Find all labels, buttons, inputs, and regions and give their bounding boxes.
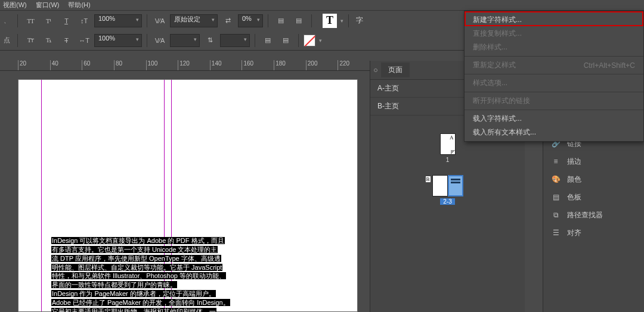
ruler-tick: 20 <box>18 60 50 70</box>
menu-item[interactable]: 新建字符样式... <box>465 13 643 27</box>
highlighted-text-line[interactable]: 流 DTP 应用程序，率先使用新型 OpenType 字体、高级透 <box>51 255 221 262</box>
baseline2-button[interactable]: ▤ <box>291 14 306 28</box>
menu-item-label: 断开到样式的链接 <box>473 96 530 106</box>
rail-label: 描边 <box>567 157 581 167</box>
kerning-value-select[interactable] <box>170 34 200 47</box>
menu-item-label: 新建字符样式... <box>473 15 522 25</box>
menu-shortcut: Ctrl+Alt+Shift+C <box>584 61 635 70</box>
menu-help[interactable]: 帮助(H) <box>68 1 90 10</box>
page-1-label: 1 <box>446 157 450 163</box>
ruler-tick: 220 <box>338 60 370 70</box>
highlighted-text-line[interactable]: InDesign 可以将文档直接导出为 Adobe 的 PDF 格式，而且 <box>51 237 225 244</box>
menubar: 视图(W) 窗口(W) 帮助(H) <box>0 0 644 11</box>
page-canvas[interactable]: InDesign 可以将文档直接导出为 Adobe 的 PDF 格式，而且有多语… <box>18 79 358 312</box>
menu-separator <box>465 74 643 74</box>
character-style-flyout-menu: 新建字符样式...直接复制样式...删除样式...重新定义样式Ctrl+Alt+… <box>464 11 644 142</box>
page-1-thumb[interactable] <box>440 133 456 155</box>
ruler-tick: 60 <box>82 60 114 70</box>
menu-item: 删除样式... <box>465 40 643 54</box>
vertical-scale-button[interactable]: ↕T <box>76 14 92 28</box>
ruler-tick: 140 <box>210 60 242 70</box>
rail-label: 色板 <box>567 192 581 202</box>
horizontal-ruler: 20406080100120140160180200220 <box>0 60 370 71</box>
rail-label: 颜色 <box>567 174 581 185</box>
ruler-tick: 160 <box>242 60 274 70</box>
rail-label: 路径查找器 <box>567 210 603 220</box>
no-fill-swatch[interactable] <box>304 35 315 46</box>
menu-item-label: 删除样式... <box>473 42 507 52</box>
stroke-icon: ≡ <box>550 156 561 167</box>
chevron-down-icon[interactable]: ▾ <box>340 18 343 24</box>
small-caps-button[interactable]: Tᴛ <box>23 33 38 48</box>
highlighted-text-line[interactable]: 界面的一致性等特点都受到了用户的青睐。 <box>51 281 177 288</box>
rail-item-swatch[interactable]: ▤色板 <box>543 188 644 206</box>
spread-2-3-thumb[interactable]: B <box>432 175 463 196</box>
zoom-select[interactable]: 100% <box>94 14 142 27</box>
color-icon: 🎨 <box>550 174 561 185</box>
menu-view[interactable]: 视图(W) <box>3 1 27 10</box>
superscript-button[interactable]: T¹ <box>41 14 56 28</box>
subscript-button[interactable]: T₁ <box>41 33 56 48</box>
menu-item-label: 载入字符样式... <box>473 114 522 124</box>
character-style-button[interactable]: 字 <box>354 15 366 26</box>
type-tool-icon: T <box>323 14 337 28</box>
highlighted-text-line[interactable]: Adobe 已经停止了 PageMaker 的开发，全面转向 InDesign。 <box>51 299 230 306</box>
highlighted-text-line[interactable]: 明性能、图层样式、自定义裁切等功能。它基于 JavaScript <box>51 264 222 271</box>
menu-item-label: 重新定义样式 <box>473 60 516 70</box>
chevron-down-icon-2[interactable]: ▾ <box>319 38 322 43</box>
align-icon: ☰ <box>550 227 561 238</box>
text-frame[interactable]: InDesign 可以将文档直接导出为 Adobe 的 PDF 格式，而且有多语… <box>51 236 236 312</box>
percent-select[interactable]: 0% <box>238 14 263 27</box>
menu-separator <box>465 92 643 92</box>
menu-item-label: 载入所有文本样式... <box>473 127 536 138</box>
spread-label: 2-3 <box>440 198 454 205</box>
all-caps-button[interactable]: TT <box>23 14 38 28</box>
rail-item-stroke[interactable]: ≡描边 <box>543 152 644 170</box>
corner-chevron: 、 <box>4 16 10 25</box>
menu-item[interactable]: 载入所有文本样式... <box>465 126 643 139</box>
collapse-dot-icon[interactable] <box>374 68 377 72</box>
highlighted-text-line[interactable]: 特性，和与兄弟软件 Illustrator、Photoshop 等的联动功能、 <box>51 272 226 279</box>
ruler-tick: 200 <box>306 60 338 70</box>
scale-select-2[interactable]: 100% <box>94 34 142 47</box>
shift-value-select[interactable] <box>220 34 250 47</box>
horizontal-scale-button[interactable]: ↔T <box>76 33 92 48</box>
ruler-tick: 180 <box>274 60 306 70</box>
pathfinder-icon: ⧉ <box>550 210 561 220</box>
menu-item: 重新定义样式Ctrl+Alt+Shift+C <box>465 58 643 72</box>
highlighted-text-line[interactable]: InDesign 作为 PageMaker 的继承者，定位于高端用户。 <box>51 290 216 297</box>
menu-separator <box>465 56 643 57</box>
pages-tab[interactable]: 页面 <box>381 63 410 77</box>
rail-item-color[interactable]: 🎨颜色 <box>543 170 644 188</box>
rail-label: 对齐 <box>567 228 581 238</box>
menu-item[interactable]: 载入字符样式... <box>465 112 643 126</box>
menu-item: 样式选项... <box>465 76 643 90</box>
strikethrough-button[interactable]: T <box>58 33 74 48</box>
ruler-tick: 40 <box>50 60 82 70</box>
rail-item-pathfinder[interactable]: ⧉路径查找器 <box>543 206 644 224</box>
menu-window[interactable]: 窗口(W) <box>36 1 60 10</box>
para-button2[interactable]: ▤ <box>278 33 293 48</box>
baseline-shift-button[interactable]: ⇅ <box>202 33 218 48</box>
menu-item: 断开到样式的链接 <box>465 94 643 108</box>
menu-item-label: 直接复制样式... <box>473 29 522 39</box>
menu-item: 直接复制样式... <box>465 27 643 40</box>
swatch-icon: ▤ <box>550 192 561 202</box>
tracking-adjust-button[interactable]: ⇄ <box>220 14 236 28</box>
margin-guide <box>41 80 42 311</box>
para-button1[interactable]: ▤ <box>260 33 275 48</box>
tracking-mode-select[interactable]: 原始设定 <box>170 14 218 27</box>
highlighted-text-line[interactable]: 有多语言支持。它也是第一个支持 Unicode 文本处理的主 <box>51 246 218 253</box>
kerning-button[interactable]: V⁄A <box>152 14 168 28</box>
baseline-button[interactable]: ▤ <box>273 14 289 28</box>
menu-separator <box>465 110 643 110</box>
ruler-tick: 80 <box>114 60 146 70</box>
highlighted-text-line[interactable]: 它最初主要适用于定期出版物、海报和其他印刷媒体。一 <box>51 308 216 312</box>
underline-button[interactable]: T <box>58 14 74 28</box>
ruler-tick: 120 <box>178 60 210 70</box>
ruler-tick: 100 <box>146 60 178 70</box>
unit-label: 点 <box>4 36 10 45</box>
rail-item-align[interactable]: ☰对齐 <box>543 224 644 242</box>
menu-item-label: 样式选项... <box>473 78 507 88</box>
kerning2-button[interactable]: V⁄A <box>152 33 168 48</box>
